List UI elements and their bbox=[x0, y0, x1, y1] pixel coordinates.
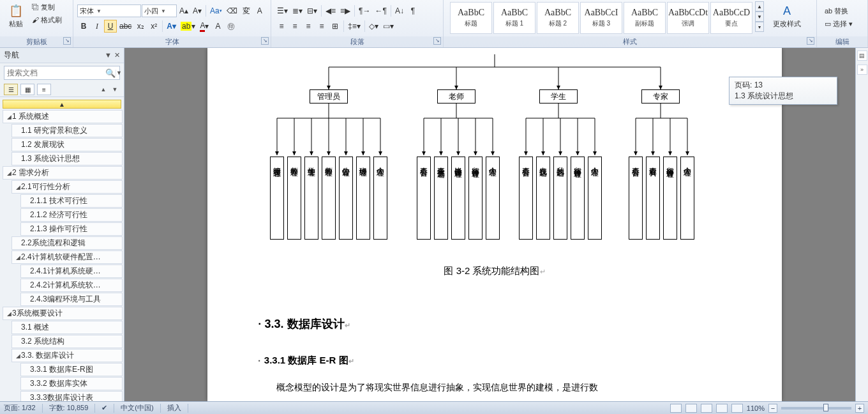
grow-font-button[interactable]: A▴ bbox=[177, 4, 190, 17]
chevron-down-icon[interactable]: ▼ bbox=[105, 51, 112, 59]
tree-item[interactable]: 1.1 研究背景和意义 bbox=[11, 124, 123, 137]
chevron-up-icon[interactable]: ▲ bbox=[755, 1, 764, 12]
tree-item[interactable]: 3.2 系统结构 bbox=[11, 335, 123, 348]
dialog-launcher-icon[interactable]: ↘ bbox=[807, 37, 814, 45]
decrease-indent-button[interactable]: ◀≡ bbox=[324, 4, 338, 17]
phonetic-guide-button[interactable]: 変 bbox=[240, 4, 253, 17]
view-outline[interactable] bbox=[716, 404, 728, 413]
subscript-button[interactable]: x₂ bbox=[134, 20, 147, 33]
character-shading-button[interactable]: A bbox=[211, 20, 224, 33]
sort-button[interactable]: A↓ bbox=[393, 4, 406, 17]
superscript-button[interactable]: x² bbox=[147, 20, 160, 33]
shading-button[interactable]: ◇▾ bbox=[367, 20, 380, 33]
italic-button[interactable]: I bbox=[91, 20, 103, 33]
gallery-more-icon[interactable]: ▾ bbox=[755, 22, 764, 32]
increase-indent-button[interactable]: ≡▶ bbox=[338, 4, 352, 17]
view-fullscreen[interactable] bbox=[685, 404, 697, 413]
tree-item[interactable]: ◢1 系统概述 bbox=[3, 110, 123, 123]
status-language[interactable]: 中文(中国) bbox=[121, 403, 153, 413]
view-web[interactable] bbox=[701, 404, 712, 413]
nav-view-headings[interactable]: ☰ bbox=[4, 84, 18, 95]
view-print-layout[interactable] bbox=[670, 404, 682, 413]
nav-search[interactable]: 🔍 ▼ bbox=[4, 66, 120, 80]
tree-item[interactable]: 2.4.1计算机系统硬… bbox=[20, 264, 123, 278]
align-center-button[interactable]: ≡ bbox=[288, 20, 301, 33]
zoom-slider[interactable] bbox=[781, 407, 851, 410]
replace-button[interactable]: ab替换 bbox=[823, 5, 854, 17]
tree-item[interactable]: 3.3.1 数据库E-R图 bbox=[20, 363, 123, 376]
paste-button[interactable]: 📋 粘贴 bbox=[4, 1, 28, 30]
align-left-button[interactable]: ≡ bbox=[275, 20, 288, 33]
style-item[interactable]: AaBbCcDt强调 bbox=[667, 2, 709, 34]
style-item[interactable]: AaBbC标题 2 bbox=[537, 2, 579, 34]
character-border-button[interactable]: A bbox=[253, 4, 266, 17]
tree-item[interactable]: ◢2.4计算机软硬件配置… bbox=[11, 250, 123, 264]
change-styles-button[interactable]: A 更改样式 bbox=[769, 1, 805, 30]
styles-gallery[interactable]: AaBbC标题AaBbC标题 1AaBbC标题 2AaBbCcI标题 3AaBb… bbox=[447, 1, 755, 34]
expand-icon[interactable]: » bbox=[857, 65, 867, 75]
tree-twisty-icon[interactable]: ◢ bbox=[15, 353, 21, 359]
copy-button[interactable]: ⿻复制 bbox=[31, 1, 63, 13]
style-item[interactable]: AaBbC副标题 bbox=[624, 2, 666, 34]
tree-item[interactable]: 2.1.2 经济可行性 bbox=[20, 208, 123, 222]
style-item[interactable]: AaBbC标题 bbox=[450, 2, 492, 34]
tree-item[interactable]: 2.1.1 技术可行性 bbox=[20, 194, 123, 208]
tree-twisty-icon[interactable]: ◢ bbox=[6, 310, 12, 317]
proofing-icon[interactable]: ✔ bbox=[101, 404, 107, 412]
distributed-button[interactable]: ⊞ bbox=[329, 20, 341, 33]
tree-item[interactable]: 3.1 概述 bbox=[11, 321, 123, 334]
tree-item[interactable]: 2.1.3 操作可行性 bbox=[20, 222, 123, 236]
font-family-combo[interactable]: 宋体▼ bbox=[77, 4, 141, 17]
tree-twisty-icon[interactable]: ◢ bbox=[6, 170, 12, 176]
nav-tree[interactable]: ▲ ◢1 系统概述1.1 研究背景和意义1.2 发展现状1.3 系统设计思想◢2… bbox=[0, 97, 124, 401]
ruler-toggle-icon[interactable]: ▤ bbox=[857, 50, 867, 61]
underline-button[interactable]: U bbox=[104, 20, 117, 33]
tree-item[interactable]: 3.3.2 数据库实体 bbox=[20, 377, 123, 390]
highlight-button[interactable]: ab▾ bbox=[179, 20, 197, 33]
multilevel-button[interactable]: ⊟▾ bbox=[305, 4, 319, 17]
nav-collapse-bar[interactable]: ▲ bbox=[3, 100, 121, 109]
numbering-button[interactable]: ≣▾ bbox=[290, 4, 304, 17]
ltr-button[interactable]: ¶→ bbox=[357, 4, 372, 17]
change-case-button[interactable]: Aa▾ bbox=[208, 4, 224, 17]
shrink-font-button[interactable]: A▾ bbox=[191, 4, 204, 17]
dialog-launcher-icon[interactable]: ↘ bbox=[433, 37, 441, 45]
tree-item[interactable]: ◢2.1可行性分析 bbox=[11, 180, 123, 194]
font-color-button[interactable]: A▾ bbox=[198, 20, 211, 33]
tree-item[interactable]: 3.3.3数据库设计表 bbox=[20, 391, 123, 401]
rtl-button[interactable]: ←¶ bbox=[373, 4, 388, 17]
search-input[interactable] bbox=[4, 68, 105, 77]
nav-next-icon[interactable]: ▼ bbox=[110, 84, 120, 95]
status-words[interactable]: 字数: 10,859 bbox=[49, 403, 89, 413]
tree-item[interactable]: 1.3 系统设计思想 bbox=[11, 152, 123, 165]
format-painter-button[interactable]: 🖌格式刷 bbox=[31, 14, 63, 26]
chevron-down-icon[interactable]: ▼ bbox=[755, 12, 764, 22]
borders-button[interactable]: ▭▾ bbox=[381, 20, 396, 33]
enclose-char-button[interactable]: ㊞ bbox=[225, 20, 237, 33]
style-item[interactable]: AaBbCcD要点 bbox=[710, 2, 752, 34]
tree-twisty-icon[interactable]: ◢ bbox=[15, 184, 21, 190]
tree-item[interactable]: 2.2系统流程和逻辑 bbox=[11, 236, 123, 250]
zoom-in-button[interactable]: + bbox=[855, 404, 864, 413]
status-insert-mode[interactable]: 插入 bbox=[167, 403, 181, 413]
dialog-launcher-icon[interactable]: ↘ bbox=[261, 37, 269, 45]
style-item[interactable]: AaBbC标题 1 bbox=[493, 2, 535, 34]
line-spacing-button[interactable]: ‡≡▾ bbox=[346, 20, 363, 33]
tree-item[interactable]: 1.2 发展现状 bbox=[11, 138, 123, 151]
tree-twisty-icon[interactable]: ◢ bbox=[15, 254, 21, 261]
gallery-scroll[interactable]: ▲ ▼ ▾ bbox=[755, 1, 764, 32]
zoom-thumb[interactable] bbox=[823, 404, 828, 411]
tree-item[interactable]: 2.4.3编程环境与工具 bbox=[20, 293, 123, 306]
zoom-out-button[interactable]: − bbox=[768, 404, 777, 413]
show-marks-button[interactable]: ¶ bbox=[407, 4, 419, 17]
chevron-down-icon[interactable]: ▼ bbox=[116, 70, 122, 76]
clear-formatting-button[interactable]: ⌫ bbox=[225, 4, 239, 17]
nav-view-pages[interactable]: ▦ bbox=[20, 84, 34, 95]
text-effects-button[interactable]: A▾ bbox=[165, 20, 178, 33]
search-icon[interactable]: 🔍 bbox=[105, 68, 116, 78]
tree-item[interactable]: ◢3系统概要设计 bbox=[3, 307, 123, 320]
status-page[interactable]: 页面: 1/32 bbox=[4, 403, 36, 413]
tree-item[interactable]: ◢2 需求分析 bbox=[3, 166, 123, 180]
close-icon[interactable]: ✕ bbox=[114, 51, 120, 59]
bullets-button[interactable]: ☰▾ bbox=[275, 4, 290, 17]
